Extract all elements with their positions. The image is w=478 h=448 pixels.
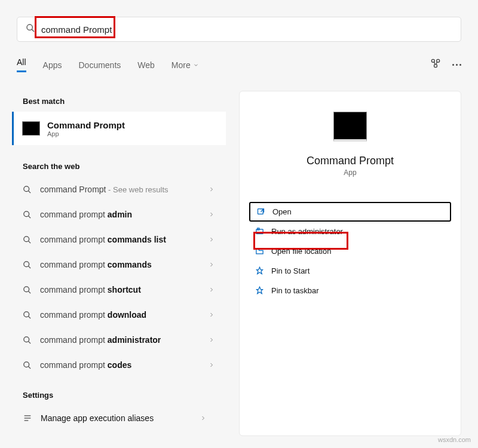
web-result-prefix: command prompt	[40, 235, 108, 244]
web-result[interactable]: command prompt shortcut	[12, 277, 226, 302]
section-search-web: Search the web	[12, 156, 226, 177]
web-result[interactable]: command prompt commands list	[12, 227, 226, 252]
web-result-prefix: command prompt	[40, 285, 108, 294]
tab-apps[interactable]: Apps	[43, 60, 62, 70]
svg-line-14	[28, 266, 30, 268]
best-match-subtitle: App	[47, 130, 125, 137]
filter-tabs: All Apps Documents Web More	[17, 57, 461, 72]
list-icon	[23, 413, 32, 423]
org-icon[interactable]	[430, 57, 442, 72]
action-run-as-administrator[interactable]: Run as administrator	[249, 222, 451, 241]
tab-more[interactable]: More	[171, 60, 199, 70]
svg-point-0	[27, 24, 32, 30]
pin-icon	[255, 286, 264, 295]
svg-line-18	[28, 316, 30, 318]
action-pin-to-taskbar[interactable]: Pin to taskbar	[249, 281, 451, 300]
command-prompt-icon	[22, 121, 40, 136]
chevron-right-icon	[208, 361, 215, 369]
svg-point-15	[24, 286, 29, 291]
chevron-right-icon	[200, 415, 207, 422]
web-result-prefix: command prompt	[40, 335, 108, 345]
svg-line-20	[28, 341, 30, 343]
svg-point-13	[24, 261, 29, 266]
web-result[interactable]: command prompt codes	[12, 352, 226, 378]
top-right-tools	[430, 57, 461, 72]
web-result-bold: codes	[108, 360, 131, 370]
web-result-prefix: command prompt	[40, 360, 108, 370]
preview-subtitle: App	[240, 168, 461, 177]
preview-title: Command Prompt	[240, 155, 461, 167]
svg-line-8	[28, 191, 30, 193]
shield-icon	[255, 227, 264, 236]
preview-pane: Command Prompt App Open Run as administr…	[239, 91, 461, 436]
chevron-right-icon	[208, 311, 215, 318]
action-open-label: Open	[272, 207, 292, 216]
action-runas-label: Run as administrator	[271, 227, 343, 236]
svg-point-21	[24, 361, 29, 367]
web-result-bold: commands	[108, 260, 152, 269]
section-best-match: Best match	[12, 91, 226, 112]
search-icon	[26, 23, 35, 35]
tab-more-label: More	[171, 60, 191, 70]
svg-point-11	[24, 236, 29, 241]
action-open[interactable]: Open	[249, 202, 451, 222]
web-result-bold: download	[108, 310, 146, 320]
settings-result[interactable]: Manage app execution aliases	[12, 406, 226, 431]
web-result-bold: administrator	[108, 335, 161, 345]
web-result[interactable]: command prompt administrator	[12, 327, 226, 352]
action-pin-to-start[interactable]: Pin to Start	[249, 261, 451, 281]
svg-point-19	[24, 336, 29, 342]
tab-web[interactable]: Web	[137, 60, 155, 70]
svg-line-1	[32, 29, 34, 32]
action-pin-taskbar-label: Pin to taskbar	[271, 286, 319, 295]
chevron-right-icon	[208, 336, 215, 343]
best-match-title: Command Prompt	[47, 120, 125, 130]
chevron-right-icon	[208, 236, 215, 243]
chevron-right-icon	[208, 211, 215, 218]
folder-icon	[255, 247, 264, 256]
web-result-prefix: command prompt	[40, 210, 108, 219]
best-match-result[interactable]: Command Prompt App	[12, 112, 226, 145]
web-result-bold: commands list	[108, 235, 166, 244]
watermark: wsxdn.com	[438, 436, 471, 443]
settings-item-label: Manage app execution aliases	[41, 413, 154, 423]
svg-point-9	[24, 211, 29, 216]
svg-line-10	[28, 216, 30, 218]
svg-point-7	[24, 186, 29, 191]
section-settings: Settings	[12, 385, 226, 406]
tab-documents[interactable]: Documents	[78, 60, 121, 70]
more-options-icon[interactable]	[452, 64, 461, 66]
svg-rect-26	[258, 209, 263, 214]
action-open-file-location[interactable]: Open file location	[249, 241, 451, 261]
svg-line-5	[434, 62, 436, 65]
web-result-bold: shortcut	[108, 285, 141, 294]
action-pin-start-label: Pin to Start	[271, 266, 310, 275]
web-result[interactable]: command Prompt - See web results	[12, 177, 226, 202]
results-column: Best match Command Prompt App Search the…	[12, 91, 226, 431]
chevron-right-icon	[208, 186, 215, 193]
tab-all[interactable]: All	[17, 57, 26, 72]
search-bar	[17, 17, 461, 42]
open-icon	[256, 207, 265, 216]
svg-line-12	[28, 241, 30, 243]
chevron-right-icon	[208, 286, 215, 293]
web-result-prefix: command Prompt	[40, 185, 106, 194]
svg-line-16	[28, 291, 30, 293]
search-input[interactable]	[41, 24, 452, 35]
web-result[interactable]: command prompt admin	[12, 202, 226, 227]
svg-point-4	[434, 65, 437, 67]
web-result-prefix: command prompt	[40, 260, 108, 269]
web-result[interactable]: command prompt download	[12, 302, 226, 327]
chevron-right-icon	[208, 261, 215, 268]
action-location-label: Open file location	[271, 247, 331, 256]
svg-line-6	[436, 62, 437, 65]
svg-line-22	[28, 366, 30, 369]
svg-point-17	[24, 311, 29, 317]
command-prompt-large-icon	[333, 112, 367, 142]
pin-icon	[255, 266, 264, 275]
web-result-bold: admin	[108, 210, 132, 219]
web-results-list: command Prompt - See web results command…	[12, 177, 226, 378]
web-result[interactable]: command prompt commands	[12, 252, 226, 277]
web-result-hint: - See web results	[106, 185, 168, 194]
web-result-prefix: command prompt	[40, 310, 108, 320]
